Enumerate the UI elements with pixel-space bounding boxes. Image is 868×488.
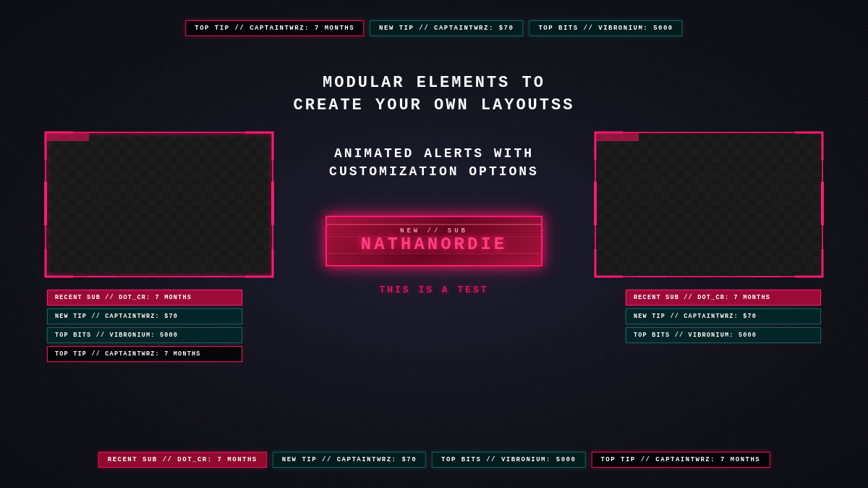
top-alert-2: NEW TIP // CAPTAINTWRZ: $70 <box>370 20 523 36</box>
left-bar-4: TOP TIP // CAPTAINTWRZ: 7 MONTHS <box>47 346 242 362</box>
top-alert-1: TOP TIP // CAPTAINTWRZ: 7 MONTHS <box>185 20 364 36</box>
right-bar-3: TOP BITS // VIBRONIUM: 5000 <box>626 327 821 343</box>
bottom-alerts-bar: RECENT SUB // DOT_CR: 7 MONTHS NEW TIP /… <box>98 452 770 468</box>
test-text: THIS IS A TEST <box>379 285 488 295</box>
center-sub-alert: NEW // SUB NATHANORDIE <box>326 214 542 268</box>
right-bar-2: NEW TIP // CAPTAINTWRZ: $70 <box>626 308 821 324</box>
webcam-frame-right <box>597 134 821 275</box>
main-title: MODULAR ELEMENTS TO CREATE YOUR OWN LAYO… <box>294 72 575 117</box>
right-side-bars: RECENT SUB // DOT_CR: 7 MONTHS NEW TIP /… <box>626 290 821 343</box>
bottom-alert-2: NEW TIP // CAPTAINTWRZ: $70 <box>273 452 426 468</box>
alert-sub-label: NEW // SUB <box>400 227 468 235</box>
left-side-bars: RECENT SUB // DOT_CR: 7 MONTHS NEW TIP /… <box>47 290 242 362</box>
left-bar-3: TOP BITS // VIBRONIUM: 5000 <box>47 327 242 343</box>
alert-box: NEW // SUB NATHANORDIE <box>326 216 542 266</box>
bottom-alert-1: RECENT SUB // DOT_CR: 7 MONTHS <box>98 452 267 468</box>
top-alert-3: TOP BITS // VIBRONIUM: 5000 <box>529 20 682 36</box>
bottom-alert-3: TOP BITS // VIBRONIUM: 5000 <box>432 452 585 468</box>
left-bar-2: NEW TIP // CAPTAINTWRZ: $70 <box>47 308 242 324</box>
alert-username: NATHANORDIE <box>361 235 507 254</box>
bottom-alert-4: TOP TIP // CAPTAINTWRZ: 7 MONTHS <box>591 452 770 468</box>
left-bar-1: RECENT SUB // DOT_CR: 7 MONTHS <box>47 290 242 306</box>
page-root: TOP TIP // CAPTAINTWRZ: 7 MONTHS NEW TIP… <box>0 0 868 488</box>
webcam-frame-left <box>47 134 271 275</box>
sub-title: ANIMATED ALERTS WITH CUSTOMIZATION OPTIO… <box>329 145 539 181</box>
right-bar-1: RECENT SUB // DOT_CR: 7 MONTHS <box>626 290 821 306</box>
top-alerts-bar: TOP TIP // CAPTAINTWRZ: 7 MONTHS NEW TIP… <box>185 20 682 36</box>
